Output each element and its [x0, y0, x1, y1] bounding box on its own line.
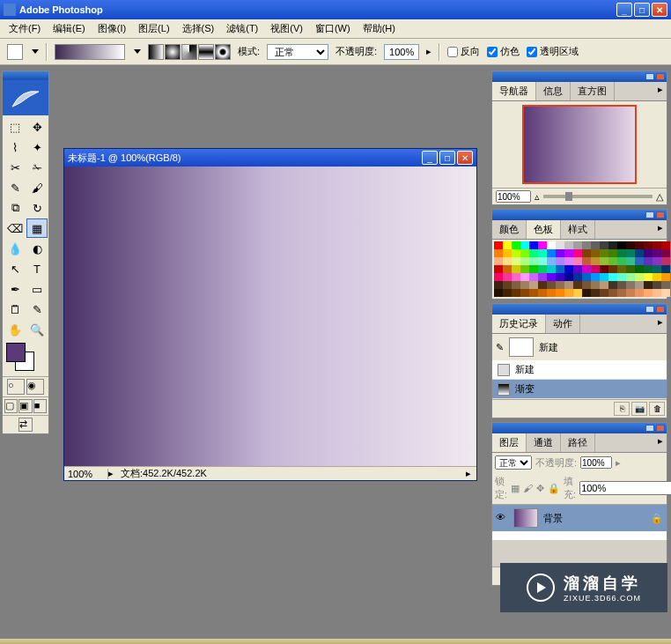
layer-opacity-arrow-icon[interactable]: ▸	[616, 457, 621, 469]
color-swatch[interactable]	[547, 249, 556, 257]
color-swatch[interactable]	[626, 241, 635, 249]
color-swatch[interactable]	[644, 249, 653, 257]
color-swatch[interactable]	[538, 281, 547, 289]
jump-to-imageready[interactable]: ⇄	[18, 418, 33, 432]
color-swatch[interactable]	[512, 289, 520, 297]
color-swatch[interactable]	[564, 265, 573, 273]
tool-preset-icon[interactable]	[7, 44, 23, 60]
color-swatch[interactable]	[556, 281, 564, 289]
color-swatch[interactable]	[608, 249, 617, 257]
close-button[interactable]: ✕	[652, 3, 667, 17]
history-minimize-icon[interactable]	[645, 306, 654, 313]
color-swatch[interactable]	[520, 273, 529, 281]
color-swatch[interactable]	[635, 273, 644, 281]
dither-checkbox[interactable]: 仿色	[487, 45, 520, 58]
screen-mode-full-menubar[interactable]: ▣	[18, 399, 32, 413]
color-swatch[interactable]	[520, 289, 529, 297]
clone-stamp-tool[interactable]: ⧉	[4, 198, 26, 218]
color-swatch[interactable]	[573, 281, 582, 289]
color-swatch[interactable]	[512, 257, 520, 265]
doc-zoom-field[interactable]: 100%	[64, 469, 108, 479]
color-swatch[interactable]	[538, 257, 547, 265]
color-swatch[interactable]	[582, 265, 591, 273]
delete-state-button[interactable]: 🗑	[649, 402, 665, 416]
tab-paths[interactable]: 路径	[561, 433, 595, 452]
color-swatch[interactable]	[644, 281, 653, 289]
color-swatch[interactable]	[547, 281, 556, 289]
swatches-close-icon[interactable]	[656, 211, 665, 218]
color-swatch[interactable]	[591, 265, 600, 273]
slice-tool[interactable]: ✁	[26, 158, 48, 177]
gradient-angle-button[interactable]	[181, 44, 197, 60]
history-item-new[interactable]: 新建	[492, 360, 667, 380]
color-swatch[interactable]	[617, 249, 626, 257]
color-swatch[interactable]	[644, 265, 653, 273]
tab-swatches[interactable]: 色板	[527, 220, 561, 239]
menu-view[interactable]: 视图(V)	[265, 20, 308, 37]
color-swatch[interactable]	[661, 289, 670, 297]
color-swatch[interactable]	[653, 281, 661, 289]
color-swatch[interactable]	[608, 289, 617, 297]
path-select-tool[interactable]: ↖	[4, 259, 26, 278]
color-swatch[interactable]	[591, 249, 600, 257]
tab-layers[interactable]: 图层	[492, 433, 527, 452]
tools-panel-grip[interactable]	[3, 71, 48, 80]
layer-blend-mode-select[interactable]: 正常	[495, 455, 532, 470]
color-swatch[interactable]	[494, 281, 503, 289]
color-swatch[interactable]	[529, 257, 538, 265]
brush-tool[interactable]: 🖌	[26, 178, 48, 197]
swatches-panel-menu-icon[interactable]: ▸	[654, 220, 667, 239]
history-brush-source-icon[interactable]: ✎	[496, 342, 504, 353]
swatches-minimize-icon[interactable]	[645, 211, 654, 218]
gradient-radial-button[interactable]	[165, 44, 181, 60]
color-swatch[interactable]	[556, 257, 564, 265]
menu-edit[interactable]: 编辑(E)	[48, 20, 91, 37]
maximize-button[interactable]: □	[634, 3, 650, 17]
eyedropper-tool[interactable]: ✎	[26, 300, 48, 319]
tab-actions[interactable]: 动作	[546, 315, 580, 333]
history-close-icon[interactable]	[656, 306, 665, 313]
gradient-diamond-button[interactable]	[215, 44, 231, 60]
color-swatch[interactable]	[494, 265, 503, 273]
gradient-preview[interactable]	[55, 44, 125, 60]
color-swatch[interactable]	[591, 281, 600, 289]
color-swatch[interactable]	[626, 289, 635, 297]
reverse-checkbox[interactable]: 反向	[447, 45, 480, 58]
layer-visibility-icon[interactable]: 👁	[496, 512, 508, 524]
color-swatch[interactable]	[520, 257, 529, 265]
layer-opacity-input[interactable]	[580, 456, 612, 469]
lasso-tool[interactable]: ⌇	[4, 137, 26, 157]
eraser-tool[interactable]: ⌫	[4, 218, 26, 238]
color-swatch[interactable]	[617, 241, 626, 249]
color-swatch[interactable]	[512, 241, 520, 249]
color-swatch[interactable]	[626, 265, 635, 273]
color-swatch[interactable]	[512, 273, 520, 281]
color-swatch[interactable]	[503, 281, 512, 289]
color-swatch[interactable]	[591, 257, 600, 265]
menu-filter[interactable]: 滤镜(T)	[221, 20, 263, 37]
color-swatch[interactable]	[503, 241, 512, 249]
color-swatch[interactable]	[503, 249, 512, 257]
marquee-tool[interactable]: ⬚	[4, 117, 26, 137]
color-swatch[interactable]	[564, 273, 573, 281]
color-swatch[interactable]	[608, 241, 617, 249]
tab-color[interactable]: 颜色	[492, 220, 527, 239]
color-swatch[interactable]	[600, 273, 608, 281]
shape-tool[interactable]: ▭	[26, 279, 48, 299]
color-swatch[interactable]	[591, 273, 600, 281]
color-swatch[interactable]	[556, 273, 564, 281]
minimize-button[interactable]: _	[616, 3, 632, 17]
color-swatch[interactable]	[529, 241, 538, 249]
color-swatch[interactable]	[573, 289, 582, 297]
color-swatch[interactable]	[591, 289, 600, 297]
color-swatch[interactable]	[661, 273, 670, 281]
color-swatch[interactable]	[547, 273, 556, 281]
tab-info[interactable]: 信息	[536, 82, 571, 100]
color-swatch[interactable]	[653, 289, 661, 297]
history-snapshot[interactable]: ✎ 新建	[492, 334, 667, 360]
menu-image[interactable]: 图像(I)	[92, 20, 131, 37]
color-swatch[interactable]	[564, 249, 573, 257]
color-swatch[interactable]	[653, 273, 661, 281]
color-swatch[interactable]	[644, 273, 653, 281]
color-swatch[interactable]	[635, 265, 644, 273]
